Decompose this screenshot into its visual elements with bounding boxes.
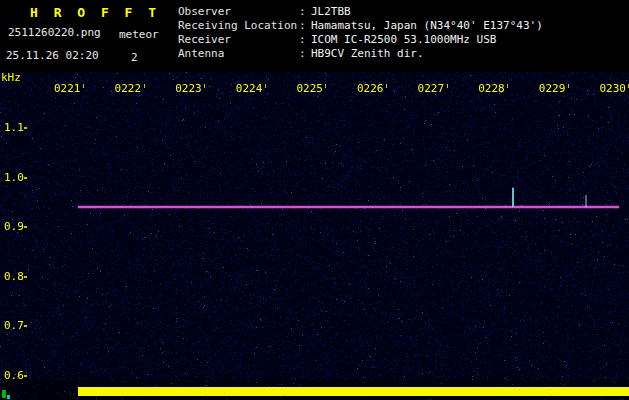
khz-axis-label: kHz — [1, 71, 21, 84]
freq-tick-mark — [24, 226, 27, 228]
info-label: Receiving Location — [178, 19, 299, 33]
station-info: Observer : JL2TBB Receiving Location : H… — [178, 5, 543, 61]
mode-label: meteor — [119, 28, 159, 41]
freq-tick-label: 1.0 — [4, 171, 24, 184]
info-value: HB9CV Zenith dir. — [311, 47, 424, 61]
time-tick-mark — [144, 84, 145, 88]
freq-tick-label: 0.7 — [4, 319, 24, 332]
datetime-label: 25.11.26 02:20 — [6, 49, 99, 62]
spectrogram — [0, 72, 629, 400]
carrier-line — [78, 206, 619, 208]
freq-tick-mark — [24, 325, 27, 327]
info-value: Hamamatsu, Japan (N34°40' E137°43') — [311, 19, 543, 33]
info-row: Antenna : HB9CV Zenith dir. — [178, 47, 543, 61]
time-tick-label: 0228 — [478, 82, 505, 95]
meteor-echo — [585, 195, 587, 207]
signal-level-mark — [7, 395, 10, 399]
freq-tick-label: 0.8 — [4, 270, 24, 283]
info-row: Receiver : ICOM IC-R2500 53.1000MHz USB — [178, 33, 543, 47]
freq-tick-mark — [24, 177, 27, 179]
time-tick-mark — [325, 84, 326, 88]
time-tick-label: 0226 — [357, 82, 384, 95]
time-tick-label: 0221 — [54, 82, 81, 95]
info-separator: : — [299, 47, 311, 61]
info-row: Receiving Location : Hamamatsu, Japan (N… — [178, 19, 543, 33]
freq-tick-label: 1.1 — [4, 121, 24, 134]
freq-tick-mark — [24, 127, 27, 129]
output-filename: 2511260220.png — [8, 26, 101, 39]
info-value: ICOM IC-R2500 53.1000MHz USB — [311, 33, 496, 47]
info-label: Receiver — [178, 33, 299, 47]
info-label: Observer — [178, 5, 299, 19]
time-tick-label: 0224 — [236, 82, 263, 95]
signal-level-mark — [2, 390, 6, 398]
freq-tick-label: 0.9 — [4, 220, 24, 233]
time-tick-label: 0225 — [296, 82, 323, 95]
echo-count: 2 — [131, 51, 138, 64]
freq-tick-label: 0.6 — [4, 369, 24, 382]
time-tick-label: 0229 — [539, 82, 566, 95]
info-row: Observer : JL2TBB — [178, 5, 543, 19]
app-title: H R O F F T — [30, 5, 160, 20]
time-tick-label: 0223 — [175, 82, 202, 95]
time-tick-mark — [386, 84, 387, 88]
time-tick-label: 0222 — [115, 82, 142, 95]
signal-strength-bar — [78, 387, 629, 396]
freq-tick-mark — [24, 375, 27, 377]
time-tick-mark — [447, 84, 448, 88]
info-separator: : — [299, 5, 311, 19]
info-separator: : — [299, 19, 311, 33]
info-separator: : — [299, 33, 311, 47]
time-tick-label: 0227 — [418, 82, 445, 95]
hrofft-app: H R O F F T 2511260220.png meteor 25.11.… — [0, 0, 629, 400]
info-label: Antenna — [178, 47, 299, 61]
info-value: JL2TBB — [311, 5, 351, 19]
time-tick-label: 0230 — [599, 82, 626, 95]
time-tick-mark — [265, 84, 266, 88]
time-tick-mark — [83, 84, 84, 88]
time-tick-mark — [507, 84, 508, 88]
time-tick-mark — [568, 84, 569, 88]
meteor-echo — [512, 188, 514, 208]
freq-tick-mark — [24, 276, 27, 278]
time-tick-mark — [204, 84, 205, 88]
